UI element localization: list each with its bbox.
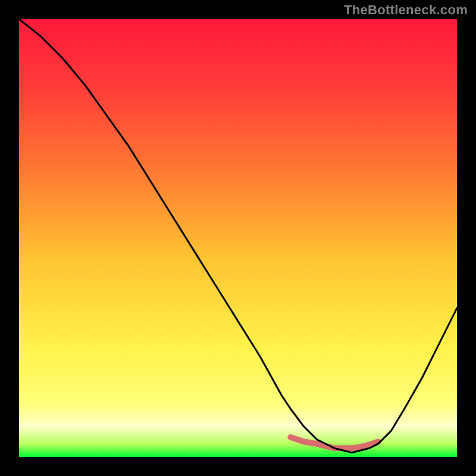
bottleneck-chart	[19, 19, 457, 457]
chart-frame: TheBottleneck.com	[0, 0, 476, 476]
watermark-text: TheBottleneck.com	[344, 2, 468, 18]
